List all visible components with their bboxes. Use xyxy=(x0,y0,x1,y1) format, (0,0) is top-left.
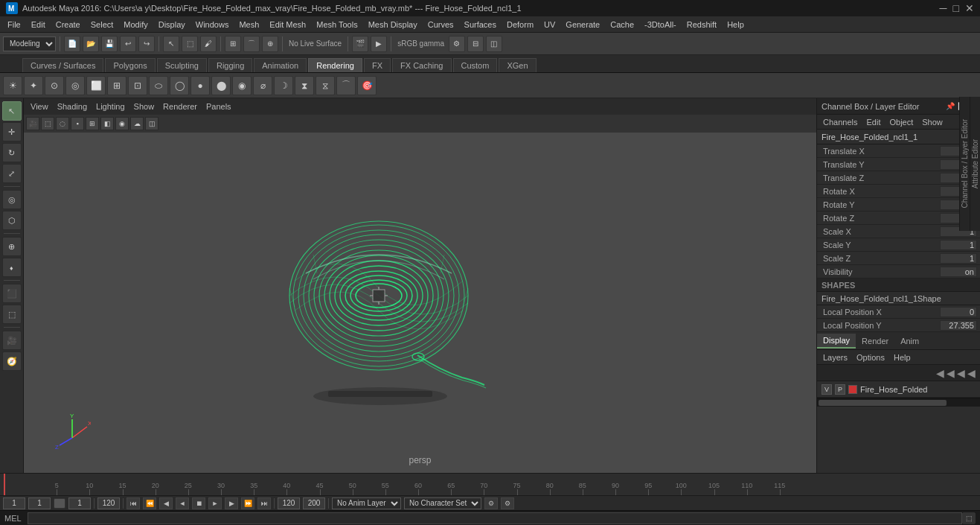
shape-channel-row[interactable]: Local Position X 0 xyxy=(817,305,980,319)
menu-item-uv[interactable]: UV xyxy=(539,19,560,31)
step-back-button[interactable]: ⏪ xyxy=(143,497,156,509)
char-settings-button[interactable]: ⚙ xyxy=(501,497,514,509)
menu-item-generate[interactable]: Generate xyxy=(561,19,604,31)
vp-display-btn[interactable]: ▪ xyxy=(71,117,84,130)
timeline-ruler[interactable]: 5101520253035404550556065707580859095100… xyxy=(0,474,980,495)
menu-item-edit[interactable]: Edit xyxy=(27,19,50,31)
options-menu[interactable]: Options xyxy=(854,352,888,363)
channel-row[interactable]: Translate Y 0 xyxy=(817,158,980,171)
menu-item-display[interactable]: Display xyxy=(154,19,190,31)
shelf-tab-fx-caching[interactable]: FX Caching xyxy=(392,58,451,72)
renderer-menu[interactable]: Renderer xyxy=(159,101,201,112)
channel-row[interactable]: Scale Z 1 xyxy=(817,252,980,265)
stop-button[interactable]: ⏹ xyxy=(192,497,205,509)
shelf-tab-xgen[interactable]: XGen xyxy=(499,58,536,72)
channel-row[interactable]: Rotate Z 0 xyxy=(817,211,980,225)
vp-fog-btn[interactable]: ☁ xyxy=(130,117,144,130)
lighting-menu[interactable]: Lighting xyxy=(92,101,129,112)
select-tool-button[interactable]: ↖ xyxy=(163,36,179,52)
vp-wireframe-btn[interactable]: ⬚ xyxy=(41,117,54,130)
shelf-tab-sculpting[interactable]: Sculpting xyxy=(157,58,207,72)
paint-tool[interactable]: ⬚ xyxy=(2,305,22,324)
help-menu-layer[interactable]: Help xyxy=(891,352,914,363)
attribute-editor-tab-label[interactable]: Attribute Editor xyxy=(971,139,979,188)
shelf-icon-9[interactable]: ◯ xyxy=(170,76,189,95)
layer-playback-box[interactable]: P xyxy=(835,384,845,395)
snap-grid-button[interactable]: ⊞ xyxy=(225,36,241,52)
camera-tool[interactable]: 🎥 xyxy=(2,331,22,350)
menu-item--3dtoall-[interactable]: -3DtoAll- xyxy=(640,19,681,31)
snap-curve-button[interactable]: ⌒ xyxy=(243,36,260,52)
layer-sort-icon[interactable]: ◀ xyxy=(957,367,965,379)
scale-tool[interactable]: ⤢ xyxy=(2,164,22,183)
shelf-icon-7[interactable]: ⊡ xyxy=(128,76,147,95)
channel-value[interactable]: 1 xyxy=(940,253,977,264)
select-tool-lt[interactable]: ↖ xyxy=(2,101,22,121)
menu-item-redshift[interactable]: Redshift xyxy=(682,19,721,31)
current-frame-input[interactable] xyxy=(28,497,51,509)
vp-hud-btn[interactable]: ◫ xyxy=(145,117,158,130)
nav-compass[interactable]: 🧭 xyxy=(2,351,22,371)
minimize-button[interactable]: ─ xyxy=(940,2,947,14)
channel-row[interactable]: Rotate Y 0 xyxy=(817,198,980,211)
paint-select-button[interactable]: 🖌 xyxy=(200,36,217,52)
menu-item-create[interactable]: Create xyxy=(51,19,85,31)
hud-button[interactable]: ◫ xyxy=(486,36,502,52)
show-menu-cb[interactable]: Show xyxy=(919,117,946,127)
viewport[interactable]: View Shading Lighting Show Renderer Pane… xyxy=(24,98,816,473)
shelf-icon-6[interactable]: ⊞ xyxy=(107,76,126,95)
shelf-icon-mat[interactable]: ⧗ xyxy=(295,76,314,95)
channels-menu[interactable]: Channels xyxy=(820,117,860,127)
menu-item-deform[interactable]: Deform xyxy=(502,19,538,31)
shelf-tab-polygons[interactable]: Polygons xyxy=(105,58,155,72)
shelf-icon-3[interactable]: ⊙ xyxy=(45,76,64,95)
menu-item-windows[interactable]: Windows xyxy=(191,19,234,31)
channel-row[interactable]: Scale Y 1 xyxy=(817,238,980,252)
menu-item-help[interactable]: Help xyxy=(723,19,749,31)
shelf-tab-animation[interactable]: Animation xyxy=(254,58,307,72)
view-menu[interactable]: View xyxy=(27,101,52,112)
shelf-icon-curve[interactable]: ⌒ xyxy=(336,76,356,95)
vp-camera-btn[interactable]: 🎥 xyxy=(26,117,39,130)
snap-point-button[interactable]: ⊕ xyxy=(262,36,278,52)
lasso-button[interactable]: ⬚ xyxy=(182,36,198,52)
display-tab-display[interactable]: Display xyxy=(817,334,856,349)
playback-end-input[interactable] xyxy=(278,497,300,509)
display-tab-anim[interactable]: Anim xyxy=(894,334,925,348)
shelf-icon-mat2[interactable]: ⧖ xyxy=(316,76,335,95)
menu-item-mesh-tools[interactable]: Mesh Tools xyxy=(312,19,362,31)
shelf-tab-custom[interactable]: Custom xyxy=(453,58,498,72)
shelf-icon-12[interactable]: ◉ xyxy=(232,76,252,95)
show-manipulator[interactable]: ⊕ xyxy=(2,237,22,256)
step-forward-button[interactable]: ⏩ xyxy=(241,497,254,509)
quad-draw[interactable]: ⬛ xyxy=(2,284,22,303)
menu-item-select[interactable]: Select xyxy=(86,19,118,31)
layer-row[interactable]: V P Fire_Hose_Folded xyxy=(817,381,980,398)
shelf-icon-8[interactable]: ⬭ xyxy=(149,76,168,95)
save-scene-button[interactable]: 💾 xyxy=(101,36,118,52)
maximize-button[interactable]: □ xyxy=(953,2,959,14)
show-menu[interactable]: Show xyxy=(130,101,158,112)
cb-pin-icon[interactable]: 📌 xyxy=(946,102,955,110)
vp-ao-btn[interactable]: ◉ xyxy=(115,117,129,130)
channel-row[interactable]: Translate X 0 xyxy=(817,144,980,158)
shelf-icon-5[interactable]: ⬜ xyxy=(86,76,106,95)
object-menu[interactable]: Object xyxy=(886,117,916,127)
timeline[interactable]: 5101520253035404550556065707580859095100… xyxy=(0,473,980,495)
open-scene-button[interactable]: 📂 xyxy=(83,36,99,52)
menu-item-curves[interactable]: Curves xyxy=(423,19,458,31)
layer-filter-icon[interactable]: ◀ xyxy=(967,367,976,379)
redo-button[interactable]: ↪ xyxy=(138,36,155,52)
shelf-icon-hdr2[interactable]: ☽ xyxy=(274,76,293,95)
layers-menu[interactable]: Layers xyxy=(820,352,851,363)
frame-end-input[interactable] xyxy=(97,497,120,509)
undo-button[interactable]: ↩ xyxy=(120,36,136,52)
channel-row[interactable]: Rotate X 0 xyxy=(817,185,980,198)
play-forward-button[interactable]: ► xyxy=(208,497,222,509)
anim-settings-button[interactable]: ⚙ xyxy=(484,497,498,509)
shelf-tab-fx[interactable]: FX xyxy=(364,58,391,72)
shelf-tab-rendering[interactable]: Rendering xyxy=(308,58,362,72)
edit-menu[interactable]: Edit xyxy=(863,117,883,127)
shelf-icon-11[interactable]: ⬤ xyxy=(211,76,231,95)
menu-item-edit-mesh[interactable]: Edit Mesh xyxy=(265,19,310,31)
